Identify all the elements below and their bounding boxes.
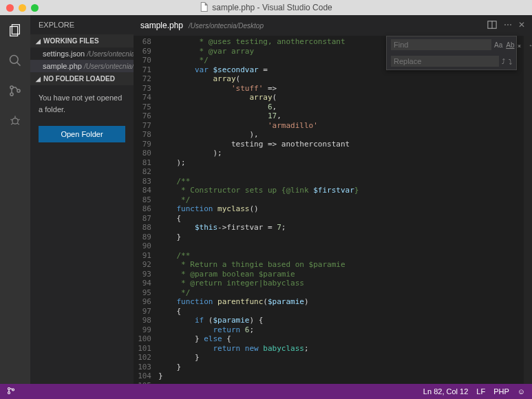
- regex-icon[interactable]: ⁎: [518, 41, 521, 49]
- git-branch-icon[interactable]: [7, 388, 15, 396]
- line-gutter: 6869707172737475767778798081828384858687…: [134, 36, 158, 384]
- svg-point-4: [10, 86, 13, 89]
- tab-filepath: /Users/ontecnia/Desktop: [189, 22, 264, 30]
- svg-point-7: [12, 118, 18, 124]
- tab-filename[interactable]: sample.php: [140, 21, 183, 30]
- cursor-position[interactable]: Ln 82, Col 12: [423, 387, 468, 396]
- svg-point-6: [17, 89, 20, 92]
- working-file-item[interactable]: settings.json /Users/ontecnia...: [30, 47, 134, 60]
- split-editor-icon[interactable]: [487, 20, 497, 32]
- match-case-icon[interactable]: Aa: [494, 41, 502, 49]
- svg-point-16: [8, 392, 10, 394]
- code-content[interactable]: * @uses testing, anotherconstant * @var …: [158, 36, 532, 384]
- code-editor[interactable]: 6869707172737475767778798081828384858687…: [134, 36, 532, 384]
- sidebar-title: EXPLORE: [30, 15, 134, 34]
- close-editor-icon[interactable]: ✕: [518, 20, 525, 32]
- no-folder-header[interactable]: ◢ NO FOLDER LOADED: [30, 72, 134, 85]
- minimize-window-icon[interactable]: [19, 4, 26, 12]
- working-file-item[interactable]: sample.php /Users/ontecnia/...: [30, 60, 134, 72]
- file-icon: [200, 2, 208, 14]
- prev-match-icon[interactable]: ←: [528, 41, 532, 49]
- svg-rect-0: [12, 25, 19, 34]
- editor-tabbar: sample.php /Users/ontecnia/Desktop ⋯ ✕: [134, 15, 532, 36]
- svg-line-11: [11, 123, 13, 125]
- vertical-scrollbar[interactable]: [524, 36, 532, 384]
- no-folder-message: You have not yet opened a folder.: [30, 85, 134, 122]
- language-mode[interactable]: PHP: [493, 387, 509, 396]
- working-files-header[interactable]: ◢ WORKING FILES: [30, 34, 134, 47]
- svg-line-10: [18, 120, 19, 120]
- close-window-icon[interactable]: [6, 4, 14, 12]
- eol-indicator[interactable]: LF: [476, 387, 485, 396]
- svg-point-15: [8, 388, 10, 390]
- svg-point-2: [10, 56, 19, 64]
- git-icon[interactable]: [7, 83, 23, 99]
- search-icon[interactable]: [7, 52, 23, 69]
- sidebar: EXPLORE ◢ WORKING FILES settings.json /U…: [30, 15, 134, 384]
- open-folder-button[interactable]: Open Folder: [39, 126, 125, 142]
- maximize-window-icon[interactable]: [31, 4, 39, 12]
- replace-input[interactable]: [391, 56, 499, 67]
- svg-line-3: [17, 63, 21, 66]
- chevron-down-icon: ◢: [36, 38, 41, 45]
- svg-line-12: [17, 123, 19, 125]
- replace-all-icon[interactable]: ⤵: [509, 58, 512, 65]
- match-word-icon[interactable]: Ab: [506, 41, 514, 49]
- find-widget: Aa Ab ⁎ ← → ≡ ✕ ⤴ ⤵: [386, 36, 517, 70]
- debug-icon[interactable]: [7, 113, 23, 129]
- replace-one-icon[interactable]: ⤴: [502, 58, 505, 65]
- find-input[interactable]: [391, 39, 491, 50]
- chevron-down-icon: ◢: [36, 76, 41, 83]
- feedback-icon[interactable]: ☺: [518, 387, 525, 396]
- activity-bar: [0, 15, 30, 384]
- titlebar: sample.php - Visual Studio Code: [0, 0, 532, 15]
- svg-point-5: [10, 93, 13, 96]
- svg-rect-1: [10, 27, 18, 36]
- explorer-icon[interactable]: [7, 22, 23, 39]
- statusbar: Ln 82, Col 12 LF PHP ☺: [0, 384, 532, 399]
- more-actions-icon[interactable]: ⋯: [504, 20, 511, 32]
- svg-line-9: [10, 120, 12, 120]
- window-title: sample.php - Visual Studio Code: [212, 3, 332, 12]
